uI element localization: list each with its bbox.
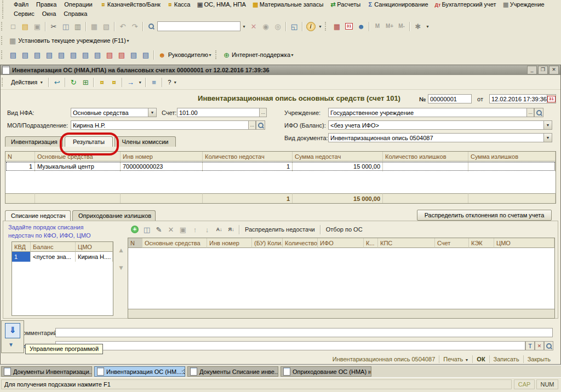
report-button-7[interactable]: ▤ (79, 49, 91, 61)
info-button[interactable]: i (305, 20, 317, 32)
go-dropdown-icon[interactable]: ▼ (136, 76, 144, 88)
schet-field[interactable]: 101.00... (177, 108, 267, 117)
preview-button[interactable]: ▧ (100, 20, 112, 32)
cell[interactable]: <пустое зна... (31, 252, 76, 262)
taskbar-tab-3[interactable]: Документы Списание инве... (187, 366, 278, 377)
actions-dropdown-icon[interactable]: ▼ (39, 80, 43, 84)
search-dropdown-icon[interactable]: ▼ (241, 20, 248, 32)
column-header-Количество недостач[interactable]: Количество недостач (203, 152, 293, 162)
find-next-button[interactable]: ◉ (260, 20, 272, 32)
report-button-8[interactable]: ▤ (91, 49, 104, 61)
add-row-button[interactable]: + (129, 223, 141, 235)
manager-button[interactable]: ☻ Руководителю ▼ (156, 49, 214, 60)
minimize-button[interactable]: _ (527, 66, 537, 74)
move-down-button[interactable]: ▼ (117, 263, 125, 272)
menu-module-raschety[interactable]: ⇄Расчеты (326, 1, 363, 9)
taskbar-tab-2[interactable]: Инвентаризация ОС (НМ...:36 (94, 366, 185, 377)
executor-clear-button[interactable]: ✕ (535, 341, 544, 350)
menu-item-1[interactable]: Правка (32, 1, 60, 8)
internet-grip[interactable] (215, 50, 219, 59)
executor-text-button[interactable]: T (525, 341, 535, 350)
report-button-12[interactable]: ▤ (140, 49, 152, 61)
menu-module-treasury[interactable]: ¤Казначейство/Банк (96, 1, 163, 8)
datetime-field[interactable]: 12.02.2016 17:39:36 (489, 94, 547, 103)
close-button[interactable]: ✕ (549, 66, 559, 74)
comment-field[interactable] (55, 328, 553, 337)
memory-add-button[interactable]: M+ (383, 20, 396, 32)
report-button-6[interactable]: ▤ (67, 49, 79, 61)
tab-surplus[interactable]: Оприходование излишков (72, 210, 156, 221)
report-button-5[interactable]: ▤ (55, 49, 67, 61)
column-header-КВД[interactable]: КВД (12, 242, 31, 252)
copy-row-button[interactable]: ◫ (141, 223, 153, 235)
clear-search-button[interactable]: ✕ (248, 20, 260, 32)
menu-module-materials[interactable]: ▦Материальные запасы (249, 1, 327, 9)
menu-grip-2[interactable] (2, 10, 6, 19)
cut-button[interactable]: ✂ (48, 20, 60, 32)
menu-item2-2[interactable]: Справка (60, 10, 91, 18)
toolbar-grip[interactable] (325, 22, 329, 31)
cell[interactable] (383, 162, 468, 171)
post-row-button[interactable]: ▣ (177, 223, 189, 235)
vid-nfa-combo[interactable]: Основные средства (71, 108, 148, 117)
toolbar-grip[interactable] (1, 36, 5, 45)
new-document-button[interactable]: □ (7, 20, 19, 32)
post-document-button[interactable]: ↩ (51, 76, 63, 88)
service-settings-button[interactable]: ✱ (412, 20, 424, 32)
tab-Инвентаризация[interactable]: Инвентаризация (5, 136, 63, 147)
search-input[interactable] (157, 21, 241, 31)
column-header-Сумма недостач[interactable]: Сумма недостач (293, 152, 383, 162)
column-header-ЦМО[interactable]: ЦМО (494, 238, 554, 248)
cell[interactable]: Музыкальный центр (35, 162, 121, 171)
open-button[interactable]: ▤ (19, 20, 31, 32)
ifo-combo[interactable]: <без учета ИФО> (328, 120, 544, 130)
paste-button[interactable]: ▥ (72, 20, 84, 32)
sort-descending-button[interactable]: Я↓ (225, 223, 237, 235)
column-header-ИФО[interactable]: ИФО (318, 238, 364, 248)
menu-item-2[interactable]: Операции (60, 1, 96, 8)
table-row[interactable]: 1<пустое зна...Кирина Н.... (12, 252, 113, 262)
institution-field[interactable]: Государственное учреждение... (328, 108, 534, 117)
column-header-Инв номер[interactable]: Инв номер (207, 238, 252, 248)
accounting-entries-button[interactable]: ¤ (96, 76, 108, 88)
service-dropdown-icon[interactable]: ▼ (424, 20, 431, 32)
document-structure-button[interactable]: ≡ (148, 76, 160, 88)
set-institution-button[interactable]: ▦ Установить текущее учреждение (F11) ▼ (7, 35, 132, 46)
actions-button[interactable]: Действия▼ (8, 77, 47, 88)
column-header-Баланс[interactable]: Баланс (31, 242, 76, 252)
report-button-1[interactable]: ▤ (7, 49, 19, 61)
column-header-Счет[interactable]: Счет (435, 238, 469, 248)
calendar-toolbar-button[interactable]: 31 (343, 20, 355, 32)
info-dropdown-icon[interactable]: ▼ (317, 20, 324, 32)
column-header-(БУ) Коли...[interactable]: (БУ) Коли... (252, 238, 283, 248)
user-settings-button[interactable]: ☻ (355, 20, 367, 32)
number-field[interactable]: 00000001 (428, 94, 472, 103)
cell[interactable]: 1 (5, 162, 35, 171)
column-header-Основные средства[interactable]: Основные средства (142, 238, 207, 248)
mol-field[interactable]: Кирина Н.Р.... (71, 120, 256, 130)
cell[interactable]: 700000000023 (121, 162, 203, 171)
edit-row-button[interactable]: ✎ (153, 223, 165, 235)
report-button-4[interactable]: ▤ (43, 49, 55, 61)
internet-support-button[interactable]: ⊕ Интернет-поддержка ▼ (221, 49, 296, 60)
manager-dropdown-icon[interactable]: ▼ (208, 53, 212, 57)
search-button[interactable] (145, 20, 157, 32)
institution-open-button[interactable] (534, 108, 543, 117)
menu-module-cash[interactable]: ¤Касса (163, 1, 193, 8)
column-header-КЭК[interactable]: КЭК (469, 238, 494, 248)
schet-select-button[interactable]: ... (259, 108, 266, 117)
menu-item-0[interactable]: Файл (10, 1, 32, 8)
row-up-button[interactable]: ↑ (189, 223, 201, 235)
menu-module-institution[interactable]: ▦Учреждение (499, 1, 547, 9)
go-button[interactable]: → (124, 76, 136, 88)
menu-grip[interactable] (2, 1, 6, 9)
program-control-button[interactable]: ⇓ (5, 323, 20, 338)
internet-dropdown-icon[interactable]: ▼ (290, 53, 294, 57)
menu-module-sanction[interactable]: ΣСанкционирование (363, 1, 431, 8)
cell[interactable]: 1 (12, 252, 31, 262)
calendar-button[interactable]: 31 (547, 94, 556, 103)
distribute-deviations-button[interactable]: Распределить отклонения по счетам учета (417, 210, 552, 221)
executor-field[interactable] (55, 341, 525, 350)
copy-document-button[interactable]: ⊞ (79, 76, 91, 88)
column-header-Количество излишков[interactable]: Количество излишков (383, 152, 468, 162)
